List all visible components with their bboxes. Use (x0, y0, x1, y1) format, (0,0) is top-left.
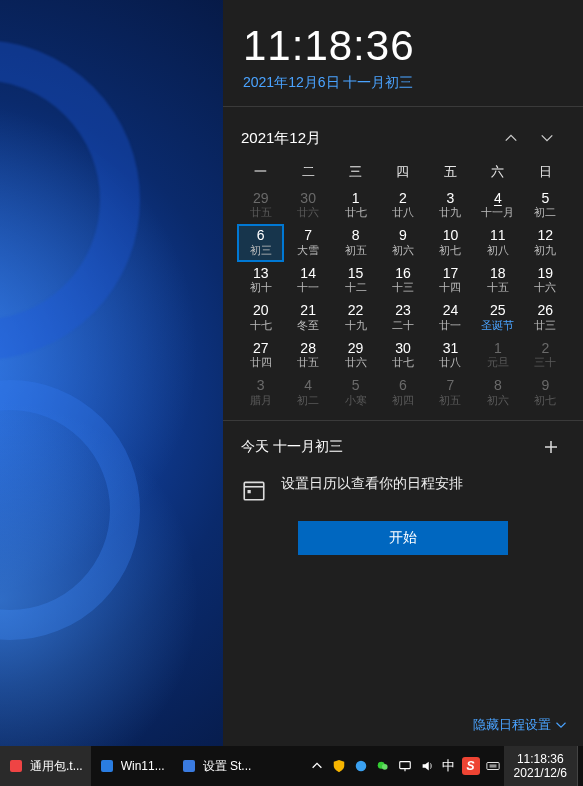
tray-volume-icon[interactable] (416, 746, 438, 786)
calendar-day[interactable]: 10初七 (427, 224, 474, 261)
calendar-day[interactable]: 1元旦 (474, 337, 521, 374)
calendar-day[interactable]: 19十六 (522, 262, 569, 299)
calendar-day[interactable]: 13初十 (237, 262, 284, 299)
calendar-icon (241, 477, 267, 503)
calendar-day[interactable]: 12初九 (522, 224, 569, 261)
calendar-day-sublabel: 廿三 (522, 319, 569, 331)
calendar-day-number: 11 (474, 228, 521, 243)
calendar-day-number: 25 (474, 303, 521, 318)
calendar-day[interactable]: 6初四 (379, 374, 426, 411)
calendar-day[interactable]: 3腊月 (237, 374, 284, 411)
taskbar-app-button[interactable]: 通用包.t... (0, 746, 91, 786)
calendar-day[interactable]: 5初二 (522, 187, 569, 224)
calendar-day[interactable]: 21冬至 (284, 299, 331, 336)
app-icon (99, 758, 115, 774)
calendar-next-button[interactable] (529, 123, 565, 153)
app-icon (181, 758, 197, 774)
tray-network-icon[interactable] (394, 746, 416, 786)
calendar-day-number: 18 (474, 266, 521, 281)
calendar-day[interactable]: 8初五 (332, 224, 379, 261)
start-button[interactable]: 开始 (298, 521, 508, 555)
calendar-day[interactable]: 14十一 (284, 262, 331, 299)
calendar-day-number: 14 (284, 266, 331, 281)
calendar-day-sublabel: 三十 (522, 356, 569, 368)
calendar-day-sublabel: 十七 (237, 319, 284, 331)
tray-overflow-button[interactable] (306, 746, 328, 786)
calendar-day[interactable]: 23二十 (379, 299, 426, 336)
calendar-weekday: 二 (284, 163, 331, 181)
agenda-section: 今天 十一月初三 设置日历以查看你的日程安排 开始 (223, 421, 583, 559)
calendar-day-number: 3 (237, 378, 284, 393)
chat-icon (376, 759, 390, 773)
tray-security-icon[interactable] (328, 746, 350, 786)
calendar-day[interactable]: 22十九 (332, 299, 379, 336)
calendar-day[interactable]: 7大雪 (284, 224, 331, 261)
calendar-day[interactable]: 25圣诞节 (474, 299, 521, 336)
calendar-day[interactable]: 29廿六 (332, 337, 379, 374)
calendar-day[interactable]: 26廿三 (522, 299, 569, 336)
taskbar-app-button[interactable]: 设置 St... (173, 746, 260, 786)
calendar-day[interactable]: 4初二 (284, 374, 331, 411)
calendar-day[interactable]: 9初六 (379, 224, 426, 261)
calendar-day[interactable]: 3廿九 (427, 187, 474, 224)
clock-section: 11:18:36 2021年12月6日 十一月初三 (223, 0, 583, 106)
calendar-day-sublabel: 初四 (379, 394, 426, 406)
calendar-day-number: 24 (427, 303, 474, 318)
calendar-day-number: 8 (474, 378, 521, 393)
calendar-weekday: 三 (332, 163, 379, 181)
calendar-day[interactable]: 7初五 (427, 374, 474, 411)
hide-agenda-label: 隐藏日程设置 (473, 716, 551, 734)
calendar-day-number: 29 (237, 191, 284, 206)
taskbar-app-button[interactable]: Win11... (91, 746, 173, 786)
calendar-prev-button[interactable] (493, 123, 529, 153)
calendar-day[interactable]: 6初三 (237, 224, 284, 261)
svg-rect-9 (399, 762, 410, 769)
calendar-day-sublabel: 初九 (522, 244, 569, 256)
calendar-day[interactable]: 31廿八 (427, 337, 474, 374)
calendar-day[interactable]: 20十七 (237, 299, 284, 336)
tray-edge-icon[interactable] (350, 746, 372, 786)
calendar-day[interactable]: 24廿一 (427, 299, 474, 336)
ime-indicator[interactable]: 中 (438, 746, 460, 786)
calendar-day[interactable]: 29廿五 (237, 187, 284, 224)
show-desktop-button[interactable] (577, 746, 583, 786)
calendar-weekday: 六 (474, 163, 521, 181)
tray-keyboard-icon[interactable] (482, 746, 504, 786)
calendar-day[interactable]: 9初七 (522, 374, 569, 411)
calendar-day-number: 16 (379, 266, 426, 281)
taskbar-app-label: Win11... (121, 759, 165, 773)
calendar-day-sublabel: 廿四 (237, 356, 284, 368)
chevron-up-icon (310, 759, 324, 773)
calendar-day-number: 9 (522, 378, 569, 393)
hide-agenda-link[interactable]: 隐藏日程设置 (473, 716, 567, 734)
calendar-day-number: 3 (427, 191, 474, 206)
calendar-day[interactable]: 5小寒 (332, 374, 379, 411)
calendar-day[interactable]: 30廿六 (284, 187, 331, 224)
calendar-day[interactable]: 27廿四 (237, 337, 284, 374)
calendar-day-number: 4 (474, 191, 521, 206)
globe-icon (354, 759, 368, 773)
tray-sogou-icon[interactable]: S (460, 746, 482, 786)
calendar-day[interactable]: 11初八 (474, 224, 521, 261)
calendar-day-number: 21 (284, 303, 331, 318)
calendar-day[interactable]: 15十二 (332, 262, 379, 299)
calendar-day[interactable]: 30廿七 (379, 337, 426, 374)
calendar-day-number: 2 (522, 341, 569, 356)
calendar-title[interactable]: 2021年12月 (241, 129, 493, 148)
speaker-icon (420, 759, 434, 773)
clock-date-line[interactable]: 2021年12月6日 十一月初三 (243, 74, 563, 92)
calendar-day[interactable]: 1廿七 (332, 187, 379, 224)
calendar-day[interactable]: 4十一月 (474, 187, 521, 224)
calendar-day[interactable]: 28廿五 (284, 337, 331, 374)
svg-rect-0 (244, 482, 264, 499)
add-event-button[interactable] (537, 433, 565, 461)
taskbar-clock[interactable]: 11:18:36 2021/12/6 (504, 746, 577, 786)
calendar-day[interactable]: 2廿八 (379, 187, 426, 224)
calendar-day[interactable]: 18十五 (474, 262, 521, 299)
tray-wechat-icon[interactable] (372, 746, 394, 786)
calendar-day-sublabel: 初六 (379, 244, 426, 256)
calendar-day[interactable]: 2三十 (522, 337, 569, 374)
calendar-day[interactable]: 16十三 (379, 262, 426, 299)
calendar-day[interactable]: 17十四 (427, 262, 474, 299)
calendar-day[interactable]: 8初六 (474, 374, 521, 411)
